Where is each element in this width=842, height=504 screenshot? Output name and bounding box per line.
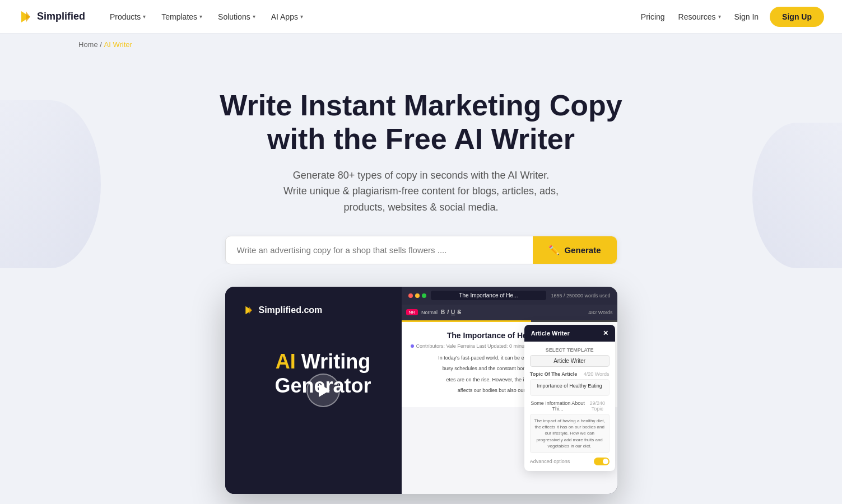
svg-marker-1	[26, 11, 30, 22]
chevron-down-icon: ▾	[143, 13, 146, 20]
play-button[interactable]	[306, 374, 340, 407]
panel-select-label: Select Template	[530, 347, 610, 353]
svg-marker-3	[249, 306, 252, 314]
app-word-count: 1655 / 250000 words used	[551, 293, 610, 298]
italic-button[interactable]: I	[447, 309, 449, 315]
meta-dot	[411, 344, 414, 348]
hero-subtitle: Generate 80+ types of copy in seconds wi…	[253, 167, 589, 216]
breadcrumb-separator: /	[100, 40, 102, 49]
advanced-toggle[interactable]	[594, 458, 610, 465]
nav-resources-label: Resources	[678, 12, 716, 21]
minimize-dot	[415, 293, 420, 298]
nav-signin[interactable]: Sign In	[732, 8, 761, 26]
nav-signup-button[interactable]: Sign Up	[770, 7, 824, 27]
close-icon[interactable]: ✕	[603, 329, 608, 337]
video-logo-row: Simplified.com	[243, 305, 403, 316]
nav-links: Products ▾ Templates ▾ Solutions ▾ AI Ap…	[103, 8, 639, 26]
panel-info-count: 29/240 Topic	[585, 400, 609, 412]
window-controls	[408, 293, 426, 298]
video-section: Simplified.com AI WritingGenerator	[11, 264, 831, 494]
panel-title: Article Writer	[531, 330, 570, 337]
panel-topic-input[interactable]: Importance of Healthy Eating	[530, 379, 610, 396]
bg-shape-left	[0, 100, 101, 268]
hero-section: Write Instant Marketing Copy with the Fr…	[0, 55, 842, 504]
toolbar-style[interactable]: Normal	[421, 310, 438, 315]
chevron-down-icon: ▾	[199, 13, 202, 20]
panel-advanced-row: Advanced options	[530, 458, 610, 465]
app-tab-title: The Importance of He...	[431, 291, 547, 300]
chevron-down-icon: ▾	[253, 13, 255, 20]
breadcrumb-current: AI Writer	[104, 40, 132, 49]
panel-info-row: Some Information About Thi... 29/240 Top…	[530, 400, 610, 412]
breadcrumb: Home / AI Writer	[0, 34, 842, 55]
generate-button[interactable]: ✏️ Generate	[533, 236, 616, 264]
nav-products-label: Products	[110, 12, 141, 21]
video-headline-ai: AI	[276, 350, 296, 373]
hero: Write Instant Marketing Copy with the Fr…	[0, 55, 842, 504]
nav-ai-apps-label: AI Apps	[271, 12, 298, 21]
hero-subtitle-line1: Generate 80+ types of copy in seconds wi…	[293, 170, 549, 181]
video-logo-text: Simplified.com	[259, 305, 323, 315]
video-wrapper: Simplified.com AI WritingGenerator	[225, 287, 617, 494]
toolbar-word-count: 482 Words	[588, 310, 612, 315]
video-logo-icon	[243, 305, 254, 316]
bold-button[interactable]: B	[441, 309, 445, 315]
nav-products[interactable]: Products ▾	[103, 8, 152, 26]
toolbar-badge: NR	[406, 309, 418, 315]
nav-pricing[interactable]: Pricing	[639, 8, 667, 26]
generate-label: Generate	[564, 245, 601, 255]
nav-solutions-label: Solutions	[218, 12, 250, 21]
panel-info-area[interactable]: The impact of having a healthy diet, the…	[530, 414, 610, 453]
breadcrumb-home[interactable]: Home	[78, 40, 98, 49]
hero-subtitle-line3: products, websites & social media.	[343, 202, 498, 213]
video-left: Simplified.com AI WritingGenerator	[225, 287, 421, 494]
nav-solutions[interactable]: Solutions ▾	[211, 8, 262, 26]
panel-info-label: Some Information About Thi...	[530, 400, 585, 412]
logo-link[interactable]: Simplified	[18, 9, 85, 25]
logo-text: Simplified	[37, 11, 85, 22]
generate-icon: ✏️	[548, 245, 560, 255]
panel-template-select[interactable]: Article Writer	[530, 355, 610, 367]
app-toolbar: NR Normal B I U S 482 Words	[402, 305, 617, 320]
app-meta-text: Contributors: Vale Ferreira Last Updated…	[416, 343, 541, 349]
chevron-down-icon: ▾	[300, 13, 303, 20]
close-dot	[408, 293, 413, 298]
hero-subtitle-line2: Write unique & plagiarism-free content f…	[283, 185, 559, 197]
logo-icon	[18, 9, 34, 25]
nav-right: Pricing Resources ▾ Sign In Sign Up	[639, 7, 824, 27]
maximize-dot	[422, 293, 426, 298]
play-icon	[319, 384, 330, 397]
strikethrough-button[interactable]: S	[457, 309, 461, 315]
nav-ai-apps[interactable]: AI Apps ▾	[264, 8, 310, 26]
panel-body: Select Template Article Writer Topic Of …	[524, 342, 615, 471]
panel-topic-row: Topic Of The Article 4/20 Words	[530, 371, 610, 377]
underline-button[interactable]: U	[451, 309, 455, 315]
panel-header: Article Writer ✕	[524, 325, 615, 342]
panel-advanced-label: Advanced options	[530, 459, 570, 464]
nav-resources[interactable]: Resources ▾	[676, 8, 723, 26]
search-bar: ✏️ Generate	[225, 236, 617, 264]
nav-templates-label: Templates	[161, 12, 197, 21]
nav-templates[interactable]: Templates ▾	[155, 8, 209, 26]
panel-topic-count: 4/20 Words	[584, 371, 610, 377]
bg-shape-right	[752, 123, 842, 268]
navbar: Simplified Products ▾ Templates ▾ Soluti…	[0, 0, 842, 34]
article-writer-panel: Article Writer ✕ Select Template Article…	[524, 325, 615, 471]
toolbar-buttons: B I U S	[441, 309, 461, 315]
search-input[interactable]	[226, 236, 533, 264]
hero-title: Write Instant Marketing Copy with the Fr…	[197, 89, 645, 156]
chevron-down-icon: ▾	[718, 13, 721, 20]
video-right: The Importance of He... 1655 / 250000 wo…	[402, 287, 617, 494]
app-topbar: The Importance of He... 1655 / 250000 wo…	[402, 287, 617, 305]
panel-topic-label: Topic Of The Article	[530, 371, 578, 377]
